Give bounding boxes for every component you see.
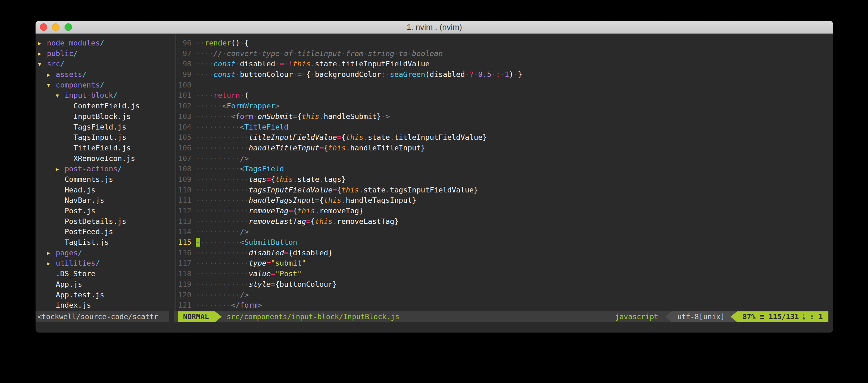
tree-dir-utilities[interactable]: ▶utilities/ bbox=[35, 258, 174, 269]
file-name: PostDetails.js bbox=[65, 217, 126, 226]
line-number: 120 bbox=[178, 290, 191, 301]
code-line-117[interactable]: 117············type="submit" bbox=[178, 258, 833, 269]
collapsed-arrow-icon[interactable]: ▶ bbox=[47, 70, 56, 80]
command-line[interactable] bbox=[35, 322, 833, 333]
tree-file-Head.js[interactable]: Head.js bbox=[35, 185, 174, 196]
collapsed-arrow-icon[interactable]: ▶ bbox=[47, 258, 56, 269]
code-token: this bbox=[315, 217, 333, 226]
code-token: titleInputFieldValue} bbox=[394, 133, 487, 142]
code-line-102[interactable]: 102······<FormWrapper> bbox=[178, 101, 833, 111]
code-token: > bbox=[275, 102, 280, 110]
code-line-107[interactable]: 107··········/> bbox=[178, 153, 833, 164]
code-line-108[interactable]: 108··········<TagsField bbox=[178, 164, 833, 174]
code-token: this bbox=[341, 185, 359, 194]
tree-file-ContentField.js[interactable]: ContentField.js bbox=[35, 101, 174, 111]
code-line-106[interactable]: 106············handleTitleInput={this.ha… bbox=[178, 143, 833, 153]
code-line-121[interactable]: 121········</form> bbox=[178, 300, 833, 311]
code-token: : bbox=[381, 70, 385, 79]
column-number: 1 bbox=[818, 311, 823, 322]
code-line-101[interactable]: 101····return·( bbox=[178, 90, 833, 101]
code-line-109[interactable]: 109············tags={this.state.tags} bbox=[178, 174, 833, 185]
tree-dir-input-block[interactable]: ▼input-block/ bbox=[35, 90, 174, 101]
dir-slash: / bbox=[113, 91, 118, 100]
code-token: = bbox=[306, 217, 311, 226]
tree-file-TagsInput.js[interactable]: TagsInput.js bbox=[35, 132, 174, 143]
code-line-99[interactable]: 99····const·buttonColour·=·{·backgroundC… bbox=[178, 69, 833, 80]
code-lines[interactable]: 96··render()·{97····//·convert·type·of·t… bbox=[178, 34, 833, 311]
whitespace-dots: ············ bbox=[196, 259, 249, 268]
collapsed-arrow-icon[interactable]: ▶ bbox=[38, 38, 47, 49]
tree-file-NavBar.js[interactable]: NavBar.js bbox=[35, 195, 174, 206]
line-number: 107 bbox=[178, 153, 191, 164]
file-name: TagsInput.js bbox=[73, 133, 127, 142]
code-token: (disabled bbox=[425, 70, 465, 79]
tree-dir-public[interactable]: ▶public/ bbox=[35, 48, 174, 59]
code-line-96[interactable]: 96··render()·{ bbox=[178, 38, 833, 48]
code-line-105[interactable]: 105············titleInputFieldValue={thi… bbox=[178, 132, 833, 143]
code-token: = bbox=[280, 60, 284, 68]
code-token: {disabled} bbox=[288, 248, 332, 257]
code-line-97[interactable]: 97····//·convert·type·of·titleInput·from… bbox=[178, 48, 833, 59]
code-token: { bbox=[337, 185, 341, 194]
expanded-arrow-icon[interactable]: ▼ bbox=[56, 91, 65, 101]
tree-file-Post.js[interactable]: Post.js bbox=[35, 206, 174, 216]
line-number: 96 bbox=[178, 38, 191, 48]
tree-file-.DS_Store[interactable]: .DS_Store bbox=[35, 269, 174, 279]
code-line-113[interactable]: 113············removeLastTag={this.remov… bbox=[178, 216, 833, 227]
tree-dir-pages[interactable]: ▶pages/ bbox=[35, 248, 174, 258]
tree-file-PostFeed.js[interactable]: PostFeed.js bbox=[35, 227, 174, 237]
file-name: index.js bbox=[56, 301, 91, 310]
tree-file-PostDetails.js[interactable]: PostDetails.js bbox=[35, 216, 174, 227]
expanded-arrow-icon[interactable]: ▼ bbox=[47, 80, 56, 91]
tree-file-TitleField.js[interactable]: TitleField.js bbox=[35, 143, 174, 153]
tree-file-Comments.js[interactable]: Comments.js bbox=[35, 174, 174, 185]
code-line-103[interactable]: 103········<form·onSubmit={this.handleSu… bbox=[178, 111, 833, 122]
line-number: 116 bbox=[178, 248, 191, 258]
expanded-arrow-icon[interactable]: ▼ bbox=[38, 59, 47, 70]
whitespace-dots: ········ bbox=[196, 301, 231, 310]
tree-file-XRemoveIcon.js[interactable]: XRemoveIcon.js bbox=[35, 153, 174, 164]
code-token: tags bbox=[249, 175, 267, 184]
whitespace-dots: · bbox=[302, 70, 306, 79]
code-line-112[interactable]: 112············removeTag={this.removeTag… bbox=[178, 206, 833, 216]
tree-file-TagList.js[interactable]: TagList.js bbox=[35, 237, 174, 248]
collapsed-arrow-icon[interactable]: ▶ bbox=[56, 164, 65, 175]
tree-dir-components[interactable]: ▼components/ bbox=[35, 80, 174, 91]
tree-file-InputBlock.js[interactable]: InputBlock.js bbox=[35, 111, 174, 122]
dir-slash: / bbox=[78, 248, 82, 257]
line-number: 109 bbox=[178, 174, 191, 185]
whitespace-dots: · bbox=[236, 60, 240, 68]
tree-file-App.test.js[interactable]: App.test.js bbox=[35, 290, 174, 301]
code-line-98[interactable]: 98····const·disabled·=·!this.state.title… bbox=[178, 59, 833, 69]
code-line-104[interactable]: 104··········<TitleField bbox=[178, 122, 833, 133]
tree-file-index.js[interactable]: index.js bbox=[35, 300, 174, 311]
code-line-115[interactable]: 115··········<SubmitButton bbox=[178, 237, 833, 248]
code-line-100[interactable]: 100 bbox=[178, 80, 833, 91]
powerline-left-arrow-icon bbox=[731, 311, 737, 322]
title-bar[interactable]: 1. nvim . (nvim) bbox=[35, 21, 833, 34]
code-line-114[interactable]: 114··········/> bbox=[178, 227, 833, 237]
code-line-116[interactable]: 116············disabled={disabled} bbox=[178, 248, 833, 258]
collapsed-arrow-icon[interactable]: ▶ bbox=[47, 248, 56, 258]
collapsed-arrow-icon[interactable]: ▶ bbox=[38, 48, 47, 59]
code-line-111[interactable]: 111············handleTagsInput={this.han… bbox=[178, 195, 833, 206]
code-line-118[interactable]: 118············value="Post" bbox=[178, 269, 833, 279]
tree-dir-src[interactable]: ▼src/ bbox=[35, 59, 174, 69]
tree-dir-assets[interactable]: ▶assets/ bbox=[35, 69, 174, 80]
code-line-110[interactable]: 110············tagsInputFieldValue={this… bbox=[178, 185, 833, 196]
code-token: this bbox=[302, 112, 319, 121]
tree-dir-post-actions[interactable]: ▶post-actions/ bbox=[35, 164, 174, 174]
split-separator[interactable] bbox=[174, 34, 178, 311]
file-name: InputBlock.js bbox=[73, 112, 131, 121]
dir-slash: / bbox=[82, 70, 87, 79]
code-token: value bbox=[249, 269, 271, 278]
code-line-119[interactable]: 119············style={buttonColour} bbox=[178, 279, 833, 290]
current-file-path: src/components/input-block/InputBlock.js bbox=[222, 311, 615, 322]
whitespace-dots: ············ bbox=[196, 185, 249, 194]
tree-file-App.js[interactable]: App.js bbox=[35, 279, 174, 290]
code-token: state bbox=[315, 60, 337, 68]
tree-dir-node_modules[interactable]: ▶node_modules/ bbox=[35, 38, 174, 48]
code-line-120[interactable]: 120··········/> bbox=[178, 290, 833, 301]
file-tree[interactable]: ▶node_modules/▶public/▼src/▶assets/▼comp… bbox=[35, 34, 174, 311]
tree-file-TagsField.js[interactable]: TagsField.js bbox=[35, 122, 174, 133]
